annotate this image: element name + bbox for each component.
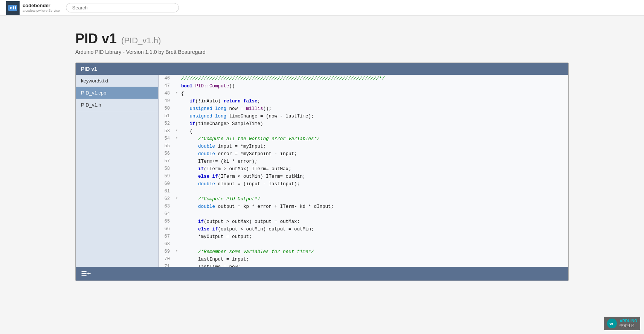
file-item-h[interactable]: PID_v1.h (76, 99, 158, 111)
code-body: keywords.txt PID_v1.cpp PID_v1.h 46 ////… (76, 75, 568, 267)
code-line: 59 else if(ITerm < outMin) ITerm= outMin… (159, 173, 568, 180)
code-line: 69▾ /*Remember some variables for next t… (159, 248, 568, 256)
bottom-bar: ☰+ (76, 267, 568, 281)
code-header: PID v1 (76, 63, 568, 75)
code-line: 66 else if(output < outMin) output = out… (159, 226, 568, 233)
code-line: 48▾ { (159, 90, 568, 98)
code-line: 47 bool PID::Compute() (159, 82, 568, 90)
arduino-logo: ∞ (607, 318, 617, 329)
code-line: 56 double error = *mySetpoint - input; (159, 150, 568, 158)
logo-icon (6, 1, 20, 15)
code-line: 60 double dInput = (input - lastInput); (159, 180, 568, 188)
code-line: 61 (159, 188, 568, 195)
code-line: 51 unsigned long timeChange = (now - las… (159, 113, 568, 120)
code-line: 57 ITerm+= (ki * error); (159, 158, 568, 165)
page-title: PID v1 (75, 31, 117, 47)
code-line: 67 *myOutput = output; (159, 233, 568, 241)
code-panel[interactable]: 46 /////////////////////////////////////… (159, 75, 568, 267)
code-line: 62▾ /*Compute PID Output*/ (159, 195, 568, 203)
code-container: PID v1 keywords.txt PID_v1.cpp PID_v1.h … (75, 63, 569, 281)
search-input[interactable] (66, 3, 179, 12)
code-line: 50 unsigned long now = millis(); (159, 105, 568, 113)
code-line: 52 if(timeChange>=SampleTime) (159, 120, 568, 128)
svg-text:∞: ∞ (609, 320, 613, 326)
svg-rect-3 (15, 6, 16, 9)
menu-plus-icon[interactable]: ☰+ (81, 270, 91, 278)
title-row: PID v1 (PID_v1.h) (75, 31, 569, 47)
file-item-cpp[interactable]: PID_v1.cpp (76, 87, 158, 99)
logo-area: codebender a codeanywhere Service (6, 1, 60, 15)
code-line: 55 double input = *myInput; (159, 143, 568, 150)
code-line: 49 if(!inAuto) return false; (159, 98, 568, 105)
code-line: 63 double output = kp * error + ITerm- k… (159, 203, 568, 210)
page-subtitle: (PID_v1.h) (121, 36, 161, 46)
code-line: 70 lastInput = input; (159, 256, 568, 263)
code-line: 71 lastTime = now; (159, 263, 568, 267)
code-line: 64 (159, 210, 568, 218)
code-line: 68 (159, 241, 568, 248)
page-title-area: PID v1 (PID_v1.h) Arduino PID Library - … (75, 31, 569, 55)
watermark-text: ARDUINO 中文社区 (620, 319, 637, 328)
logo-text: codebender a codeanywhere Service (23, 3, 60, 12)
code-line: 65 if(output > outMax) output = outMax; (159, 218, 568, 226)
code-line: 54▾ /*Compute all the working error vari… (159, 135, 568, 143)
file-list: keywords.txt PID_v1.cpp PID_v1.h (76, 75, 159, 267)
watermark: ∞ ARDUINO 中文社区 (604, 317, 640, 330)
code-line: 58 if(ITerm > outMax) ITerm= outMax; (159, 165, 568, 173)
svg-rect-2 (13, 6, 14, 9)
file-item-keywords[interactable]: keywords.txt (76, 75, 158, 87)
main-content: PID v1 (PID_v1.h) Arduino PID Library - … (0, 16, 644, 288)
header: codebender a codeanywhere Service (0, 0, 644, 16)
page-description: Arduino PID Library - Version 1.1.0 by B… (75, 49, 569, 55)
code-line: 46 /////////////////////////////////////… (159, 75, 568, 82)
code-line: 53▾ { (159, 128, 568, 135)
